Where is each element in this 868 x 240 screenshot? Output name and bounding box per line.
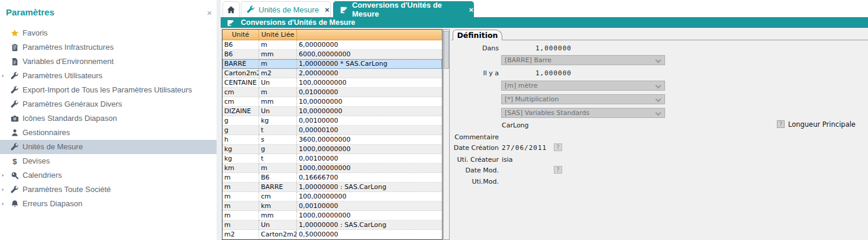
table-row[interactable]: cm mm 10,00000000 xyxy=(222,97,442,107)
table-row[interactable]: g t 0,00000100 xyxy=(222,126,442,135)
cell-value: 0,00100000 xyxy=(297,201,442,211)
cell-value: 2,00000000 xyxy=(297,69,442,78)
date-mod-label: Date Mod. xyxy=(451,167,499,174)
table-row[interactable]: m Un 1,00000000 : SAS.CarLong xyxy=(222,220,442,230)
cell-unite-liee: m xyxy=(259,40,297,50)
sidebar-item-label: Variables d'Environnement xyxy=(22,57,114,66)
column-header-value[interactable] xyxy=(297,30,442,40)
longueur-principale-checkbox[interactable]: ? xyxy=(777,120,785,128)
table-row[interactable]: km m 1000,00000000 xyxy=(222,164,442,173)
chevron-down-icon xyxy=(656,57,662,63)
table-row[interactable]: kg t 0,00100000 xyxy=(222,154,442,164)
sidebar-close-icon[interactable]: × xyxy=(204,8,215,18)
table-row[interactable]: m2 Carton2m2 0,50000000 xyxy=(222,230,442,239)
cell-unite: m xyxy=(222,192,259,201)
table-header-row: Unité Unité Liée xyxy=(222,30,442,40)
table-row[interactable]: DIZAINE Un 10,00000000 xyxy=(222,107,442,116)
sidebar-item-label: Paramètres Toute Société xyxy=(22,185,111,194)
sidebar-item[interactable]: Paramètres Généraux Divers xyxy=(0,97,217,111)
dans-value[interactable]: 1,000000 xyxy=(535,44,572,52)
table-row[interactable]: cm m 0,01000000 xyxy=(222,88,442,97)
tab-definition[interactable]: Définition xyxy=(453,30,502,40)
tab-conversions[interactable]: Conversions d'Unités de Mesure × xyxy=(333,1,474,17)
sidebar-item-label: Favoris xyxy=(22,28,48,37)
close-tab-icon[interactable]: × xyxy=(325,5,330,14)
star-icon xyxy=(11,29,19,37)
sidebar-item[interactable]: Gestionnaires xyxy=(0,126,217,140)
sidebar-item[interactable]: Favoris xyxy=(0,26,217,40)
close-tab-icon[interactable]: × xyxy=(469,5,473,14)
chevron-right-icon[interactable] xyxy=(1,187,5,192)
sidebar-item[interactable]: Devises xyxy=(0,154,217,168)
cell-value: 0,00100000 xyxy=(297,116,442,126)
conversions-table: Unité Unité Liée B6 m 6,00000000 B6 mm 6… xyxy=(222,29,443,240)
sidebar-item[interactable]: Paramètres Utilisateurs xyxy=(0,69,217,83)
cell-unite: Carton2m2 xyxy=(222,69,259,78)
sidebar-item[interactable]: Paramètres Toute Société xyxy=(0,183,217,197)
table-row[interactable]: g kg 0,00100000 xyxy=(222,116,442,126)
sidebar-item[interactable]: Calendriers xyxy=(0,168,217,183)
column-header-unite[interactable]: Unité xyxy=(222,30,259,40)
cell-unite: g xyxy=(222,116,259,126)
dropdown-value: [m] mètre xyxy=(505,82,538,89)
table-row[interactable]: m mm 1000,00000000 xyxy=(222,211,442,220)
sidebar-item[interactable]: Paramètres Infrastructures xyxy=(0,40,217,55)
table-row[interactable]: CENTAINE Un 100,00000000 xyxy=(222,78,442,88)
table-row[interactable]: m cm 100,00000000 xyxy=(222,192,442,201)
cell-unite-liee: cm xyxy=(259,192,297,201)
sidebar-item[interactable]: Export-Import de Tous les Paramètres Uti… xyxy=(0,83,217,97)
tab-unites-de-mesure[interactable]: Unités de Mesure × xyxy=(241,1,331,17)
cell-unite-liee: Un xyxy=(259,220,297,230)
cell-unite-liee: kg xyxy=(259,116,297,126)
sidebar-item[interactable]: Erreurs Diapason xyxy=(0,197,217,211)
variable-group-dropdown[interactable]: [SAS] Variables Standards xyxy=(501,108,665,118)
ilya-value[interactable]: 1,000000 xyxy=(535,69,572,77)
table-scrollbar-thumb[interactable] xyxy=(444,31,449,69)
table-row[interactable]: h s 3600,00000000 xyxy=(222,135,442,145)
date-mod-help-button[interactable]: ? xyxy=(554,166,562,174)
sidebar-item[interactable]: Unités de Mesure xyxy=(0,140,217,154)
tab-home[interactable] xyxy=(222,1,240,17)
table-row[interactable]: B6 mm 6000,00000000 xyxy=(222,50,442,59)
chevron-right-icon[interactable] xyxy=(1,73,5,78)
column-header-unite-liee[interactable]: Unité Liée xyxy=(259,30,297,40)
table-row[interactable]: Carton2m2 m2 2,00000000 xyxy=(222,69,442,78)
cell-value: 10,00000000 xyxy=(297,107,442,116)
cell-unite-liee: Un xyxy=(259,107,297,116)
table-scrollbar[interactable] xyxy=(443,29,450,240)
table-row[interactable]: B6 m 6,00000000 xyxy=(222,40,442,50)
cell-unite: km xyxy=(222,164,259,173)
cell-unite-liee: Carton2m2 xyxy=(259,230,297,239)
cell-value: 0,00000100 xyxy=(297,126,442,135)
table-row[interactable]: m km 0,00100000 xyxy=(222,201,442,211)
uti-createur-label: Uti. Créateur xyxy=(451,156,499,164)
cell-value: 3600,00000000 xyxy=(297,135,442,145)
chevron-right-icon[interactable] xyxy=(1,201,5,206)
sidebar-title: Paramètres xyxy=(6,7,54,17)
table-row[interactable]: m BARRE 1,00000000 : SAS.CarLong xyxy=(222,183,442,192)
date-creation-value[interactable]: 27/06/2011 xyxy=(502,144,547,152)
date-creation-help-button[interactable]: ? xyxy=(554,143,562,151)
cell-value: 100,00000000 xyxy=(297,192,442,201)
chevron-right-icon[interactable] xyxy=(1,173,5,178)
table-row[interactable]: m B6 0,16666700 xyxy=(222,173,442,183)
chevron-down-icon xyxy=(656,97,662,103)
sidebar-item-label: Erreurs Diapason xyxy=(22,199,82,208)
operation-dropdown[interactable]: [*] Multiplication xyxy=(501,94,665,104)
cell-value: 1,00000000 : SAS.CarLong xyxy=(297,183,442,192)
sidebar-item[interactable]: Variables d'Environnement xyxy=(0,55,217,69)
table-row[interactable]: kg g 1000,00000000 xyxy=(222,145,442,154)
note-edit-icon xyxy=(340,5,348,14)
table-row[interactable]: BARRE m 1,00000000 * SAS.CarLong xyxy=(222,59,442,69)
ilya-unit-dropdown[interactable]: [m] mètre xyxy=(501,81,665,91)
cell-unite: m xyxy=(222,173,259,183)
sidebar-item-label: Unités de Mesure xyxy=(22,142,83,151)
sidebar-item-label: Gestionnaires xyxy=(22,128,70,137)
cell-unite: m xyxy=(222,220,259,230)
bell-icon xyxy=(11,200,19,208)
dropdown-value: [SAS] Variables Standards xyxy=(505,109,589,117)
dans-unit-dropdown[interactable]: [BARRE] Barre xyxy=(501,55,665,65)
cell-unite: BARRE xyxy=(222,59,259,69)
sidebar-scrollbar[interactable] xyxy=(217,0,221,240)
sidebar-item[interactable]: Icônes Standards Diapason xyxy=(0,111,217,126)
